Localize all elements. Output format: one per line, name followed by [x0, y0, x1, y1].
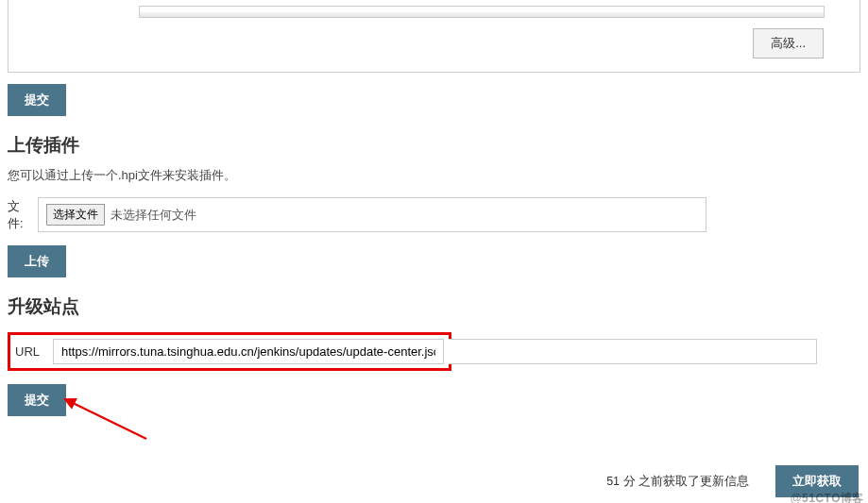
url-input-extension[interactable] [449, 339, 817, 364]
url-input[interactable] [53, 339, 444, 364]
choose-file-button[interactable]: 选择文件 [46, 204, 105, 226]
textarea-resize-grip[interactable] [139, 12, 825, 18]
upload-button[interactable]: 上传 [8, 245, 66, 277]
submit-proxy-button[interactable]: 提交 [8, 84, 66, 116]
footer: 51 分 之前获取了更新信息 立即获取 [0, 454, 868, 503]
advanced-button[interactable]: 高级... [753, 28, 824, 59]
upload-plugin-title: 上传插件 [8, 133, 860, 158]
upload-plugin-desc: 您可以通过上传一个.hpi文件来安装插件。 [8, 167, 860, 184]
submit-upgrade-button[interactable]: 提交 [8, 384, 66, 416]
upgrade-site-title: 升级站点 [8, 294, 860, 319]
file-label: 文件: [8, 198, 38, 232]
file-input[interactable]: 选择文件 未选择任何文件 [38, 197, 706, 232]
url-highlight-box: URL [8, 332, 451, 371]
watermark-text: @51CTO博客 [791, 491, 864, 503]
update-status-text: 51 分 之前获取了更新信息 [606, 474, 749, 490]
url-label: URL [15, 344, 53, 359]
proxy-config-section: 高级... [8, 0, 860, 73]
no-file-text: 未选择任何文件 [111, 207, 196, 224]
